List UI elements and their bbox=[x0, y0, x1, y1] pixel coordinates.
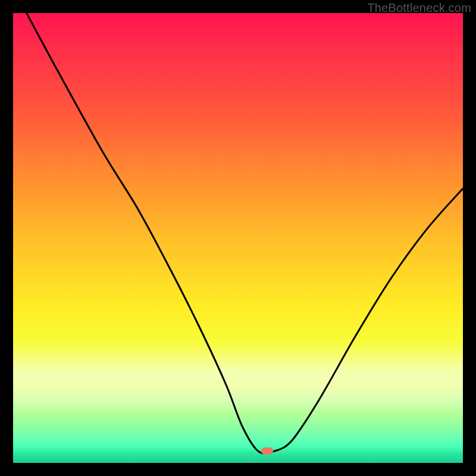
optimum-marker bbox=[261, 447, 273, 455]
bottleneck-curve bbox=[13, 13, 463, 463]
attribution-text: TheBottleneck.com bbox=[367, 1, 471, 15]
plot-area bbox=[13, 13, 463, 463]
curve-path bbox=[27, 13, 463, 453]
chart-frame: TheBottleneck.com bbox=[0, 0, 476, 476]
